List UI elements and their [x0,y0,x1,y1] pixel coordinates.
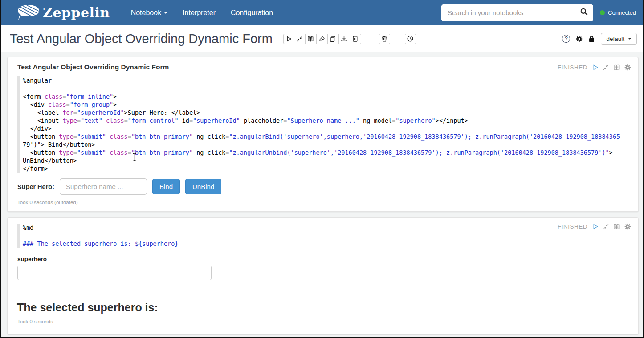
compress-icon [603,64,609,70]
lock-icon[interactable] [588,36,595,42]
notebook-search [441,4,593,21]
compress-icon [603,224,609,229]
play-icon [592,224,598,229]
status-badge: FINISHED [558,64,587,71]
bind-button[interactable]: Bind [152,179,180,194]
main-menu: Notebook Interpreter Configuration [123,9,281,17]
paragraph-markdown: FINISHED %md ### The selected superhero … [7,217,639,334]
unbind-button[interactable]: UnBind [185,179,221,194]
code-editor[interactable]: %angular <form class="form-inline"> <div… [17,76,631,173]
download-icon [341,36,347,42]
connected-label: Connected [608,9,636,16]
connected-dot-icon [600,10,605,15]
book-icon [614,224,620,229]
paragraph-title: Test Angular Object Overriding Dynamic F… [17,63,169,71]
superhero-dynamic-input[interactable] [17,266,212,280]
show-hide-code-button[interactable] [306,34,317,44]
menu-configuration[interactable]: Configuration [223,9,281,17]
zeppelin-window: { "colors": { "navbar_bg": "#35699f", "b… [0,0,644,338]
brand-title: Zeppelin [43,5,110,20]
search-button[interactable] [575,4,593,21]
collapse-paragraph-button[interactable] [603,64,609,70]
collapse-paragraphs-button[interactable] [294,34,306,44]
clock-icon [407,36,413,42]
settings-gear-icon [624,223,631,230]
gear-icon[interactable] [576,36,583,42]
remove-note-button[interactable] [379,34,390,44]
code-file-icon [352,36,358,42]
status-badge: FINISHED [558,223,587,230]
play-icon [592,64,598,70]
show-editor-button[interactable] [614,64,620,70]
search-icon [580,8,588,17]
zeppelin-logo-icon [17,3,40,23]
dynamic-form-label: superhero [17,256,638,262]
paragraph-angular-form: Test Angular Object Overriding Dynamic F… [7,57,639,212]
settings-gear-icon [624,64,631,71]
paragraph-settings-button[interactable] [624,223,631,230]
export-note-button[interactable] [339,34,350,44]
question-circle-icon[interactable]: ? [562,35,570,43]
clone-icon [330,36,336,42]
trash-icon [381,36,387,42]
scheduler-button[interactable] [405,34,416,44]
paragraph-status-row: FINISHED [558,223,631,230]
chevron-down-icon [164,12,167,14]
menu-notebook[interactable]: Notebook [123,9,175,17]
superhero-input[interactable] [60,178,147,195]
angular-form-output: Super Hero: Bind UnBind [17,178,638,195]
search-input[interactable] [441,4,575,21]
top-navbar: Zeppelin Notebook Interpreter Configurat… [1,0,643,25]
play-icon [286,36,292,42]
menu-interpreter[interactable]: Interpreter [175,9,223,17]
markdown-output-heading: The selected superhero is: [17,301,638,314]
run-paragraph-button[interactable] [592,64,598,70]
book-icon [308,36,314,42]
code-editor[interactable]: %md ### The selected superhero is: ${sup… [17,224,631,248]
execution-time-label: Took 0 seconds (outdated) [17,200,638,205]
execution-time-label: Took 0 seconds [17,319,638,324]
paragraph-status-row: FINISHED [558,64,631,71]
commit-version-button[interactable] [350,34,361,44]
note-action-bar: Test Angular Object Overriding Dynamic F… [1,25,643,52]
paragraph-settings-button[interactable] [624,64,631,71]
show-editor-button[interactable] [614,224,620,229]
connection-status: Connected [600,9,636,16]
note-right-controls: ? default [562,33,637,45]
eraser-icon [319,36,325,42]
clear-output-button[interactable] [317,34,328,44]
compress-icon [297,36,302,42]
superhero-label: Super Hero: [17,183,54,190]
run-paragraph-button[interactable] [592,224,598,229]
run-all-button[interactable] [283,34,294,44]
collapse-paragraph-button[interactable] [603,224,609,229]
note-title[interactable]: Test Angular Object Overriding Dynamic F… [10,32,273,46]
note-toolbar-group [283,34,361,44]
clone-note-button[interactable] [328,34,339,44]
book-icon [614,64,620,70]
zeppelin-brand[interactable]: Zeppelin [17,3,110,23]
chevron-down-icon [628,38,632,40]
interpreter-binding-dropdown[interactable]: default [601,33,637,45]
